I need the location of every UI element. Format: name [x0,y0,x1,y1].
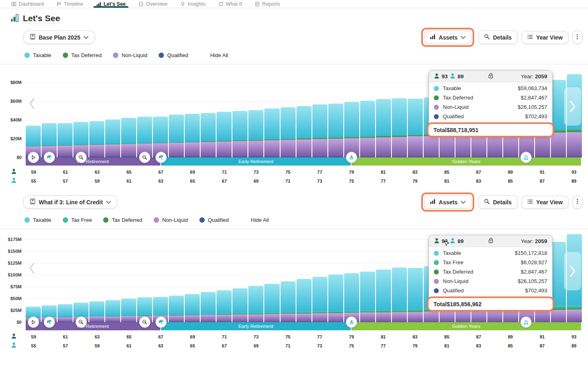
bar-age-65[interactable] [121,298,136,322]
timeline-icon [57,2,62,7]
tooltip-total-row: Total$88,718,951 [429,124,553,136]
age-tick: 73 [254,170,259,175]
bar-age-82[interactable] [392,268,407,322]
bar-age-72[interactable] [232,111,248,157]
bar-age-78[interactable] [328,274,343,322]
play-icon[interactable] [28,316,39,328]
umbrella-icon[interactable] [155,152,167,163]
sailboat-icon[interactable] [346,316,357,328]
legend-item-nonliquid[interactable]: Non-Liquid [154,217,188,223]
scroll-left-button[interactable] [29,98,35,111]
tooltip-row-value: $702,493 [525,287,547,294]
bar-age-64[interactable] [105,300,120,322]
bar-age-78[interactable] [328,104,343,157]
tombstone-icon[interactable] [520,152,532,163]
nav-tab-let-s-see[interactable]: Let's See [96,0,126,8]
bar-age-71[interactable] [217,112,232,157]
legend-item-taxfree[interactable]: Tax Free [63,217,92,223]
bar-segment-nonliquid [296,314,312,322]
bar-age-73[interactable] [248,110,263,157]
bar-age-77[interactable] [312,277,327,322]
nav-tab-overview[interactable]: Overview [139,0,167,8]
bar-age-70[interactable] [201,113,216,157]
nav-tab-reports[interactable]: Reports [255,0,280,8]
nav-tab-dashboard[interactable]: Dashboard [11,0,44,8]
bar-age-77[interactable] [312,104,327,157]
bar-age-76[interactable] [296,106,312,157]
zoom-out-icon[interactable] [139,152,150,163]
legend-item-qualified[interactable]: Qualified [199,217,229,223]
bar-age-74[interactable] [264,108,279,157]
bar-age-66[interactable] [137,117,152,157]
bar-age-65[interactable] [121,118,136,157]
legend-item-taxable[interactable]: Taxable [24,217,51,223]
bar-age-69[interactable] [185,114,200,157]
nav-tab-insights[interactable]: Insights [180,0,205,8]
bar-age-71[interactable] [217,290,232,322]
nav-tab-what-if[interactable]: What If [219,0,242,8]
bar-age-75[interactable] [281,281,296,322]
legend-item-nonliquid[interactable]: Non-Liquid [113,52,147,58]
bar-age-79[interactable] [344,273,359,322]
bar-age-63[interactable] [89,121,104,157]
bar-age-79[interactable] [344,102,359,157]
umbrella-icon[interactable] [44,316,55,328]
bar-age-83[interactable] [408,268,423,322]
bar-age-74[interactable] [264,284,279,322]
bar-age-81[interactable] [376,270,391,322]
bar-age-76[interactable] [296,279,312,322]
bar-age-67[interactable] [153,117,168,157]
plan-selector[interactable]: What if 3: Line of Credit [23,195,117,209]
bar-age-69[interactable] [185,294,200,322]
bar-age-80[interactable] [360,101,375,157]
hide-all-button[interactable]: Hide All [210,52,228,58]
bar-age-82[interactable] [392,98,407,157]
umbrella-icon[interactable] [44,152,55,163]
tooltip-dot-taxdeferred [434,95,439,100]
phase-band-label: Early Retirement [239,324,274,329]
bar-age-73[interactable] [248,286,263,322]
tombstone-icon[interactable] [520,316,532,328]
umbrella-icon[interactable] [155,316,167,328]
age-tick: 77 [317,334,322,339]
more-options-button[interactable] [573,195,582,209]
assets-button[interactable]: Assets [424,195,471,209]
bar-age-81[interactable] [376,99,391,157]
zoom-out-icon[interactable] [139,316,150,328]
legend-item-taxdeferred[interactable]: Tax Deferred [63,52,102,58]
assets-button[interactable]: Assets [424,31,471,44]
bar-age-68[interactable] [169,296,184,322]
bar-age-83[interactable] [408,99,423,157]
nav-tab-timeline[interactable]: Timeline [57,0,83,8]
year-view-button[interactable]: Year View [522,196,568,209]
details-button[interactable]: Details [478,31,517,44]
bar-age-70[interactable] [201,292,216,322]
bar-age-64[interactable] [105,119,120,157]
plan-selector[interactable]: Base Plan 2025 [23,31,95,44]
bar-age-75[interactable] [281,107,296,157]
bar-age-61[interactable] [57,304,73,322]
bar-age-68[interactable] [169,115,184,157]
details-button[interactable]: Details [478,195,517,209]
scroll-right-button[interactable] [564,252,581,290]
y-axis-tick: $75M [10,284,22,289]
bar-segment-nonliquid [185,142,200,157]
scroll-left-button[interactable] [29,263,35,276]
play-icon[interactable] [28,152,39,163]
sailboat-icon[interactable] [346,152,357,163]
bar-age-72[interactable] [232,288,248,322]
scroll-right-button[interactable] [564,87,581,126]
y-axis-tick: $150M [8,249,22,254]
bar-segment-nonliquid [392,137,407,157]
legend-item-taxable[interactable]: Taxable [24,52,51,58]
legend-item-taxdeferred[interactable]: Tax Deferred [103,217,142,223]
more-options-button[interactable] [573,31,582,44]
legend-item-qualified[interactable]: Qualified [159,52,188,58]
bar-age-80[interactable] [360,272,375,322]
zoom-out-icon[interactable] [75,152,87,163]
year-view-button[interactable]: Year View [522,31,568,44]
bar-age-63[interactable] [89,301,104,322]
zoom-out-icon[interactable] [75,316,87,328]
hide-all-button[interactable]: Hide All [251,217,269,223]
bar-age-61[interactable] [57,123,73,157]
